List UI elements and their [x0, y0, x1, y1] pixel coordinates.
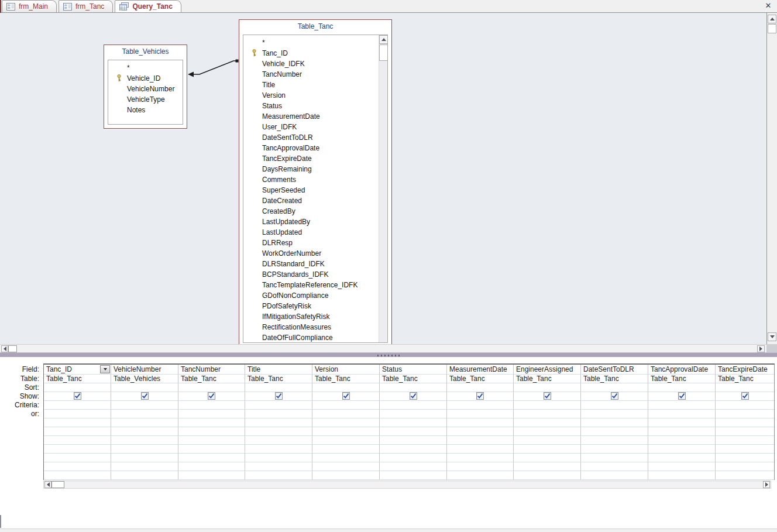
- empty-cell[interactable]: [648, 427, 716, 436]
- criteria-cell[interactable]: [514, 401, 581, 410]
- or-cell[interactable]: [44, 410, 111, 418]
- field-cell[interactable]: EngineerAssigned: [514, 365, 581, 375]
- criteria-cell[interactable]: [178, 401, 245, 410]
- field-item[interactable]: TancTemplateReference_IDFK: [243, 280, 387, 290]
- empty-cell[interactable]: [380, 427, 447, 436]
- field-item[interactable]: VehicleNumber: [108, 84, 183, 94]
- empty-cell[interactable]: [447, 427, 514, 436]
- field-cell[interactable]: Tanc_ID: [44, 365, 111, 375]
- sort-cell[interactable]: [716, 383, 774, 392]
- field-item[interactable]: CreatedBy: [243, 206, 387, 217]
- criteria-cell[interactable]: [380, 401, 447, 410]
- design-horizontal-scrollbar[interactable]: [0, 344, 777, 352]
- criteria-cell[interactable]: [581, 401, 648, 410]
- empty-cell[interactable]: [380, 471, 447, 480]
- show-checkbox[interactable]: [74, 392, 81, 400]
- sort-cell[interactable]: [111, 383, 178, 392]
- empty-cell[interactable]: [514, 454, 581, 462]
- field-item[interactable]: *: [108, 63, 183, 73]
- empty-cell[interactable]: [312, 436, 380, 445]
- empty-cell[interactable]: [178, 471, 245, 480]
- empty-cell[interactable]: [716, 462, 774, 471]
- empty-cell[interactable]: [44, 445, 111, 454]
- scroll-up-button[interactable]: [768, 15, 776, 23]
- criteria-cell[interactable]: [111, 401, 178, 410]
- show-checkbox[interactable]: [141, 392, 149, 400]
- table-cell[interactable]: Table_Tanc: [581, 375, 648, 383]
- scroll-left-button[interactable]: [1, 345, 8, 352]
- empty-cell[interactable]: [380, 462, 447, 471]
- field-item[interactable]: WorkOrderNumber: [243, 248, 387, 259]
- sort-cell[interactable]: [648, 383, 716, 392]
- tab-frm_Tanc[interactable]: frm_Tanc: [59, 0, 113, 12]
- table-cell[interactable]: Table_Tanc: [44, 375, 111, 383]
- tab-frm_Main[interactable]: frm_Main: [2, 0, 57, 12]
- table-cell[interactable]: Table_Tanc: [380, 375, 447, 383]
- query-design-surface[interactable]: Table_Vehicles*Vehicle_IDVehicleNumberVe…: [0, 13, 766, 344]
- table-cell[interactable]: Table_Tanc: [178, 375, 245, 383]
- scroll-left-button[interactable]: [44, 481, 51, 488]
- empty-cell[interactable]: [245, 445, 312, 454]
- field-cell[interactable]: MeasurementDate: [447, 365, 514, 375]
- empty-cell[interactable]: [312, 418, 380, 427]
- show-checkbox[interactable]: [611, 392, 618, 400]
- table-cell[interactable]: Table_Tanc: [312, 375, 380, 383]
- empty-cell[interactable]: [648, 471, 716, 480]
- or-cell[interactable]: [178, 410, 245, 418]
- field-item[interactable]: Vehicle_ID: [108, 73, 183, 84]
- empty-cell[interactable]: [312, 471, 380, 480]
- empty-cell[interactable]: [581, 427, 648, 436]
- sort-cell[interactable]: [581, 383, 648, 392]
- empty-cell[interactable]: [514, 436, 581, 445]
- empty-cell[interactable]: [111, 427, 178, 436]
- empty-cell[interactable]: [245, 436, 312, 445]
- field-item[interactable]: DaysRemaining: [243, 164, 387, 174]
- empty-cell[interactable]: [447, 471, 514, 480]
- field-item[interactable]: TancApprovalDate: [243, 143, 387, 153]
- sort-cell[interactable]: [514, 383, 581, 392]
- empty-cell[interactable]: [716, 445, 774, 454]
- scroll-down-button[interactable]: [768, 332, 776, 341]
- sort-cell[interactable]: [245, 383, 312, 392]
- empty-cell[interactable]: [312, 462, 380, 471]
- criteria-cell[interactable]: [447, 401, 514, 410]
- field-item[interactable]: DateCreated: [243, 195, 387, 206]
- show-checkbox[interactable]: [275, 392, 283, 400]
- empty-cell[interactable]: [178, 436, 245, 445]
- empty-cell[interactable]: [245, 462, 312, 471]
- empty-cell[interactable]: [380, 436, 447, 445]
- field-item[interactable]: Title: [243, 80, 387, 90]
- scroll-right-button[interactable]: [757, 345, 765, 352]
- field-cell[interactable]: Version: [312, 365, 380, 375]
- show-checkbox[interactable]: [678, 392, 686, 400]
- field-item[interactable]: LastUpdated: [243, 227, 387, 238]
- field-item[interactable]: DLRStandard_IDFK: [243, 259, 387, 269]
- empty-cell[interactable]: [111, 462, 178, 471]
- scroll-thumb[interactable]: [51, 481, 64, 488]
- dropdown-button[interactable]: [100, 365, 110, 373]
- table-box-Table_Tanc[interactable]: Table_Tanc*Tanc_IDVehicle_IDFKTancNumber…: [239, 19, 392, 344]
- field-item[interactable]: IfMitigationSafetyRisk: [243, 311, 387, 322]
- empty-cell[interactable]: [44, 427, 111, 436]
- empty-cell[interactable]: [648, 462, 716, 471]
- field-cell[interactable]: DateSentToDLR: [581, 365, 648, 375]
- field-item[interactable]: Version: [243, 90, 387, 101]
- empty-cell[interactable]: [178, 462, 245, 471]
- criteria-cell[interactable]: [245, 401, 312, 410]
- empty-cell[interactable]: [447, 462, 514, 471]
- empty-cell[interactable]: [447, 445, 514, 454]
- table-cell[interactable]: Table_Tanc: [648, 375, 716, 383]
- field-item[interactable]: Comments: [243, 174, 387, 185]
- empty-cell[interactable]: [44, 418, 111, 427]
- sort-cell[interactable]: [312, 383, 380, 392]
- empty-cell[interactable]: [245, 454, 312, 462]
- empty-cell[interactable]: [312, 454, 380, 462]
- empty-cell[interactable]: [581, 418, 648, 427]
- scroll-thumb[interactable]: [8, 345, 17, 352]
- tab-Query_Tanc[interactable]: Query_Tanc: [115, 0, 181, 12]
- empty-cell[interactable]: [111, 418, 178, 427]
- field-item[interactable]: SuperSeeded: [243, 185, 387, 195]
- field-item[interactable]: RectificationMeasures: [243, 322, 387, 332]
- empty-cell[interactable]: [514, 471, 581, 480]
- empty-cell[interactable]: [447, 436, 514, 445]
